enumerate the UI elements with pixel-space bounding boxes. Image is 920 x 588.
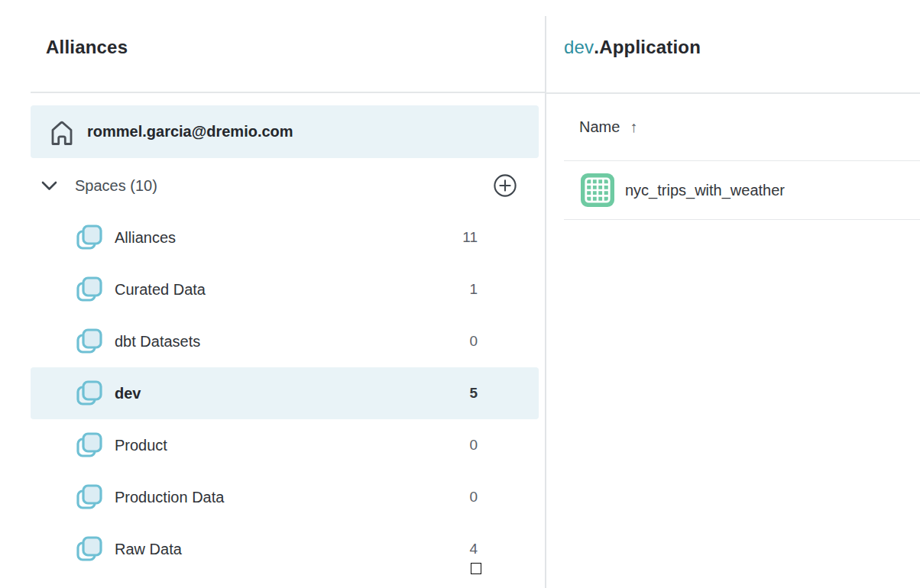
space-icon [73, 327, 104, 356]
space-label: dev [115, 385, 141, 402]
space-label: Alliances [115, 229, 176, 247]
unknown-glyph-box [471, 563, 481, 574]
space-label: Production Data [115, 489, 224, 506]
page-title: Alliances [46, 37, 128, 58]
table-grid-icon [581, 173, 614, 207]
home-icon [47, 117, 77, 147]
chevron-down-icon[interactable] [40, 179, 59, 192]
space-label: Curated Data [115, 281, 206, 299]
space-icon [73, 483, 104, 512]
space-count: 0 [416, 489, 478, 506]
home-item[interactable]: rommel.garcia@dremio.com [31, 105, 539, 158]
space-label: Raw Data [115, 541, 182, 558]
space-icon [73, 379, 104, 408]
dataset-name: nyc_trips_with_weather [625, 182, 785, 199]
space-count: 4 [416, 541, 478, 557]
sidebar-space-row[interactable]: Raw Data 4 [0, 523, 545, 575]
space-icon [73, 223, 104, 252]
sort-ascending-icon[interactable]: ↑ [630, 118, 637, 136]
plus-circle-icon[interactable] [493, 173, 517, 198]
sidebar-space-row[interactable]: Curated Data 1 [0, 263, 545, 315]
breadcrumb: dev.Application [564, 37, 701, 58]
sidebar-space-row[interactable]: Production Data 0 [0, 471, 545, 523]
right-panel-divider [546, 92, 920, 94]
dataset-row[interactable]: nyc_trips_with_weather [564, 162, 920, 218]
column-label: Name [579, 118, 620, 136]
sidebar-space-row[interactable]: Product 0 [0, 419, 545, 471]
space-count: 1 [416, 281, 478, 298]
space-icon [73, 535, 104, 564]
table-column-header-name[interactable]: Name ↑ [579, 116, 637, 137]
space-icon [73, 431, 104, 460]
space-icon [73, 275, 104, 304]
left-panel-divider [31, 92, 545, 93]
table-header-rule [564, 160, 920, 161]
home-item-label: rommel.garcia@dremio.com [87, 123, 293, 141]
space-count: 0 [416, 437, 478, 454]
panel-vertical-divider [545, 16, 546, 588]
sidebar-space-row[interactable]: Alliances 11 [0, 212, 545, 263]
breadcrumb-entity: Application [599, 37, 701, 57]
spaces-section-label: Spaces (10) [75, 177, 157, 195]
space-count: 11 [416, 229, 478, 246]
spaces-list: Alliances 11 Curated Data 1 dbt Datasets… [0, 212, 545, 575]
space-count: 5 [416, 385, 478, 402]
breadcrumb-space-link[interactable]: dev [564, 37, 594, 57]
sidebar-space-row-dev[interactable]: dev 5 [0, 367, 545, 419]
space-count: 0 [416, 333, 478, 350]
table-row-rule [564, 219, 920, 220]
sidebar-space-row[interactable]: dbt Datasets 0 [0, 315, 545, 367]
space-label: dbt Datasets [115, 333, 200, 351]
spaces-section-header[interactable]: Spaces (10) [31, 172, 539, 199]
space-label: Product [115, 437, 167, 454]
